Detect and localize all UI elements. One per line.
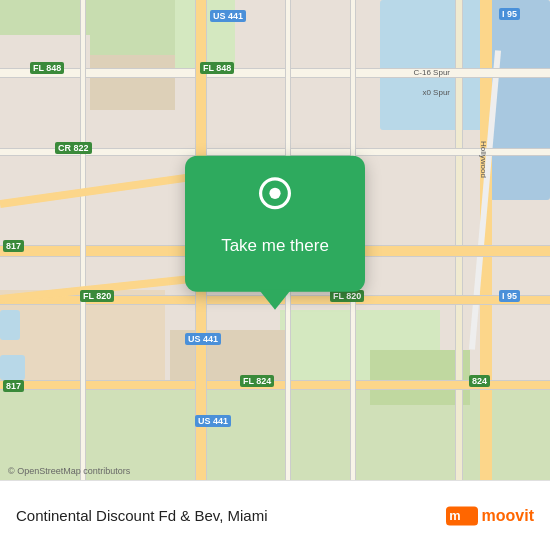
svg-text:m: m (449, 508, 460, 523)
fl824-right-label: 824 (469, 375, 490, 387)
take-me-there-button[interactable]: Take me there (221, 236, 329, 256)
moovit-logo-icon: m (446, 500, 478, 532)
map-pin-icon (251, 176, 299, 224)
location-tooltip[interactable]: Take me there (185, 156, 365, 292)
i95-mid-label: I 95 (499, 290, 520, 302)
817-left-label: 817 (3, 240, 24, 252)
us441-low-label: US 441 (185, 333, 221, 345)
spur2-label: x0 Spur (422, 88, 450, 97)
fl820-right-label: FL 820 (330, 290, 364, 302)
map[interactable]: US 441 FL 848 FL 848 CR 822 I 95 US 441 … (0, 0, 550, 480)
fl848-center-label: FL 848 (200, 62, 234, 74)
i95-top-label: I 95 (499, 8, 520, 20)
place-name: Continental Discount Fd & Bev, Miami (16, 507, 446, 524)
817-left2-label: 817 (3, 380, 24, 392)
hollywood-label: Hollywood (479, 141, 488, 178)
fl824-left-label: FL 824 (240, 375, 274, 387)
moovit-text: moovit (482, 507, 534, 525)
us441-top-label: US 441 (210, 10, 246, 22)
spur-label: C-16 Spur (414, 68, 450, 77)
moovit-logo: m moovit (446, 500, 534, 532)
us441-bottom-label: US 441 (195, 415, 231, 427)
svg-point-1 (269, 188, 280, 199)
fl820-left-label: FL 820 (80, 290, 114, 302)
info-bar: Continental Discount Fd & Bev, Miami m m… (0, 480, 550, 550)
fl848-left-label: FL 848 (30, 62, 64, 74)
map-attribution: © OpenStreetMap contributors (8, 466, 130, 476)
cr822-label: CR 822 (55, 142, 92, 154)
